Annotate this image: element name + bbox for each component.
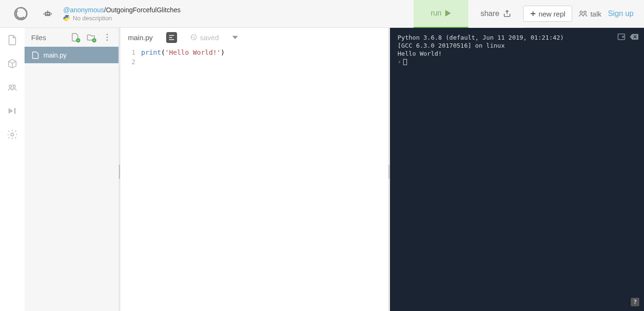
svg-point-9: [9, 85, 12, 88]
code-editor[interactable]: 1 2 print('Hello World!'): [120, 47, 388, 311]
svg-point-12: [11, 133, 14, 136]
files-panel-header: Files + +: [25, 28, 119, 47]
code-content[interactable]: print('Hello World!'): [141, 48, 388, 311]
saved-indicator: saved: [190, 34, 219, 42]
language-icon: [41, 9, 55, 18]
editor-menu-caret[interactable]: [232, 33, 238, 42]
project-title[interactable]: @anonymous/OutgoingForcefulGlitches: [63, 6, 414, 14]
new-repl-label: new repl: [539, 10, 566, 18]
project-owner[interactable]: @anonymous: [63, 6, 104, 14]
share-icon: [503, 10, 511, 17]
plus-icon: [530, 11, 536, 17]
run-label: run: [431, 9, 441, 17]
multiplayer-icon[interactable]: [7, 82, 18, 93]
svg-rect-1: [45, 12, 51, 16]
files-panel: Files + + main.py: [25, 28, 119, 311]
saved-label: saved: [200, 34, 219, 42]
terminal-line: Hello World!: [398, 50, 636, 58]
run-button[interactable]: run: [414, 0, 468, 28]
settings-icon[interactable]: [7, 129, 18, 140]
talk-label: talk: [590, 10, 601, 18]
signup-link[interactable]: Sign up: [608, 9, 634, 18]
project-description-row: No description: [63, 15, 414, 22]
new-folder-icon[interactable]: +: [86, 33, 96, 42]
svg-rect-4: [47, 10, 48, 12]
debugger-icon[interactable]: [7, 105, 18, 117]
svg-rect-11: [14, 108, 16, 114]
line-number: 1: [120, 48, 136, 57]
terminal-prompt[interactable]: ›: [398, 58, 636, 66]
app-header: @anonymous/OutgoingForcefulGlitches No d…: [0, 0, 644, 28]
svg-rect-5: [43, 13, 44, 15]
terminal-expand-icon[interactable]: [618, 34, 625, 42]
svg-point-13: [106, 34, 108, 35]
terminal-line: Python 3.6.8 (default, Jun 11 2019, 01:2…: [398, 34, 636, 42]
project-info: @anonymous/OutgoingForcefulGlitches No d…: [63, 6, 414, 22]
svg-point-2: [46, 13, 48, 15]
terminal-cursor: [403, 59, 407, 65]
talk-button[interactable]: talk: [579, 10, 601, 18]
header-right-actions: new repl talk Sign up: [523, 6, 644, 22]
svg-rect-6: [51, 13, 52, 15]
file-item-label: main.py: [43, 51, 67, 59]
files-icon[interactable]: [7, 34, 18, 46]
editor-tab[interactable]: main.py: [128, 34, 153, 42]
terminal-line: [GCC 6.3.0 20170516] on linux: [398, 42, 636, 50]
panel-divider-left[interactable]: [119, 28, 120, 311]
svg-point-7: [580, 11, 583, 14]
svg-point-15: [106, 39, 108, 41]
editor-tab-bar: main.py saved: [120, 28, 388, 47]
packages-icon[interactable]: [7, 58, 18, 69]
play-icon: [445, 10, 451, 17]
people-icon: [579, 10, 587, 17]
help-button[interactable]: ?: [631, 298, 639, 306]
svg-point-3: [48, 13, 50, 15]
files-menu-icon[interactable]: [102, 33, 112, 42]
prompt-arrow-icon: ›: [398, 58, 401, 65]
terminal-action-icons: [618, 34, 638, 42]
line-number: 2: [120, 57, 136, 67]
terminal-panel[interactable]: Python 3.6.8 (default, Jun 11 2019, 01:2…: [390, 28, 644, 311]
editor-panel: main.py saved 1 2 print('Hello World!'): [120, 28, 388, 311]
project-name: /OutgoingForcefulGlitches: [104, 6, 181, 14]
svg-point-8: [584, 11, 586, 14]
history-icon: [190, 34, 197, 41]
svg-point-10: [13, 85, 16, 88]
line-gutter: 1 2: [120, 48, 141, 311]
share-button[interactable]: share: [468, 0, 523, 28]
main-area: Files + + main.py main.py: [0, 28, 644, 311]
files-panel-title: Files: [31, 34, 64, 42]
svg-point-14: [106, 36, 108, 38]
python-icon: [63, 15, 70, 21]
file-icon: [32, 51, 39, 59]
new-file-icon[interactable]: +: [70, 33, 80, 42]
project-description[interactable]: No description: [73, 15, 112, 22]
share-label: share: [481, 9, 500, 18]
new-repl-button[interactable]: new repl: [523, 6, 573, 22]
replit-logo[interactable]: [9, 2, 32, 25]
terminal-clear-icon[interactable]: [630, 34, 638, 42]
sidebar-nav: [0, 28, 25, 311]
format-icon[interactable]: [166, 32, 177, 43]
file-item-main[interactable]: main.py: [25, 47, 119, 63]
